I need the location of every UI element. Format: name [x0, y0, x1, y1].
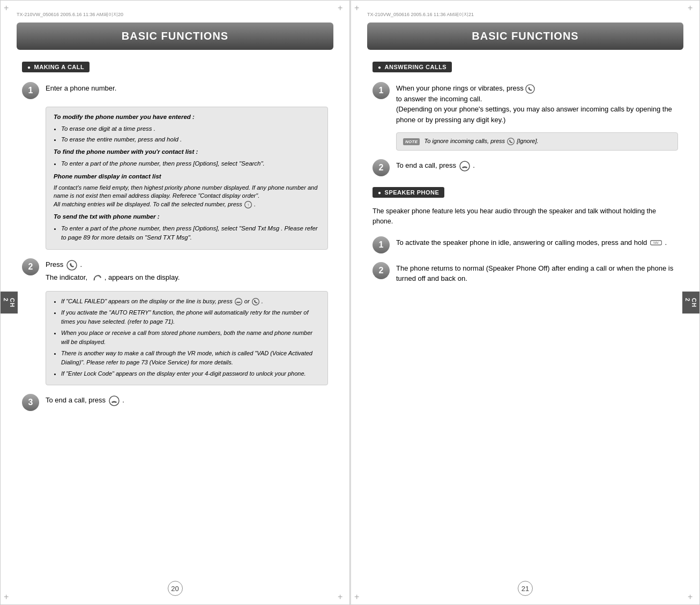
speaker-step-circle-1: 1 — [373, 236, 390, 253]
note-header-2: To find the phone number with you'r cont… — [54, 147, 320, 157]
note-body-3: If contact's name field empty, then high… — [54, 184, 320, 209]
note-header-3: Phone number display in contact list — [54, 172, 320, 182]
svg-point-8 — [460, 161, 470, 171]
crosshair-tr: + — [338, 4, 346, 12]
svg-point-6 — [526, 84, 534, 93]
page-number-left: 20 — [168, 581, 183, 596]
svg-point-3 — [235, 298, 242, 305]
crosshair-br: + — [338, 593, 346, 601]
end-call-icon-1 — [234, 297, 243, 306]
indicator-icon — [91, 272, 103, 283]
crosshair-bl: + — [4, 593, 12, 601]
send-icon-2 — [251, 297, 260, 306]
step-3: 3 To end a call, press . — [22, 393, 328, 411]
send-icon: ↑ — [244, 200, 252, 209]
svg-text:↑: ↑ — [247, 203, 249, 207]
note-inline-text: To ignore incoming calls, press [Ignore]… — [424, 137, 538, 146]
answer-step-1: 1 When your phone rings or vibrates, pre… — [373, 81, 678, 125]
hold-button-icon: NAV — [650, 239, 662, 247]
left-header: BASIC FUNCTIONS — [17, 23, 333, 50]
press-label: Press — [46, 260, 63, 268]
note-header-4: To send the txt with phone number : — [54, 212, 320, 222]
answer-step-2-text: To end a call, press . — [396, 158, 475, 171]
indicator-line: The indicator, , appears on the display. — [46, 272, 180, 283]
step-2: 2 Press . The indicator, , appears on th… — [22, 257, 328, 283]
step-circle-3: 3 — [22, 394, 39, 411]
section-title-answering: ANSWERING CALLS — [373, 62, 452, 72]
note-item: When you place or receive a call from st… — [61, 328, 320, 347]
ch-tab-left: CH2 — [1, 292, 18, 314]
speaker-step-circle-2: 2 — [373, 262, 390, 279]
crosshair-bl-r: + — [354, 593, 363, 601]
note-item: To enter a part of the phone number, the… — [61, 159, 320, 169]
ch-tab-right: CH2 — [682, 292, 699, 314]
answer-step-2: 2 To end a call, press . — [373, 158, 678, 176]
step-circle-1: 1 — [22, 82, 39, 99]
section-title-making: MAKING A CALL — [22, 62, 90, 72]
crosshair-tr-r: + — [688, 4, 696, 12]
note-box-1: To modify the phone number you have ente… — [46, 107, 328, 250]
note-item: If you activate the "AUTO RETRY" functio… — [61, 308, 320, 326]
note-list-1: To erase one digit at a time press . To … — [61, 124, 320, 145]
speaker-intro: The speaker phone feature lets you hear … — [373, 206, 678, 227]
svg-text:NAV: NAV — [653, 242, 659, 244]
answer-call-icon — [525, 84, 535, 94]
period-after-icon: . — [80, 260, 82, 268]
right-page: + + + + CH2 TX-210VW_050616 2005.6.16 11… — [350, 0, 700, 605]
step-circle-2: 2 — [22, 258, 39, 275]
speaker-step-2: 2 The phone returns to normal (Speaker P… — [373, 261, 678, 284]
right-header: BASIC FUNCTIONS — [367, 23, 683, 50]
answer-step-1-text: When your phone rings or vibrates, press… — [396, 81, 678, 125]
answer-step-circle-2: 2 — [373, 159, 390, 176]
note-list-4: To enter a part of the phone number, the… — [61, 224, 320, 243]
step-1: 1 Enter a phone number. — [22, 81, 328, 99]
end-call-icon-2 — [109, 395, 120, 406]
crosshair-br-r: + — [688, 593, 696, 601]
step-1-text: Enter a phone number. — [46, 81, 116, 94]
note-header-1: To modify the phone number you have ente… — [54, 113, 320, 122]
note-inline-1: NOTE To ignore incoming calls, press [Ig… — [396, 132, 678, 151]
svg-point-4 — [252, 298, 259, 305]
note-item: If "Enter Lock Code" appears on the disp… — [61, 369, 320, 378]
note-box-2: If "CALL FAILED" appears on the display … — [46, 291, 328, 385]
svg-point-7 — [508, 138, 515, 145]
svg-point-2 — [67, 260, 77, 270]
note-item: To erase the entire number, press and ho… — [61, 135, 320, 145]
crosshair-tl-r: + — [354, 4, 363, 12]
section-title-speaker: SPEAKER PHONE — [373, 187, 444, 198]
answer-step-circle-1: 1 — [373, 82, 390, 99]
end-call-icon-r — [459, 161, 470, 171]
top-meta-left: TX-210VW_050616 2005.6.16 11:36 AM페이지20 — [17, 11, 333, 18]
note-list-5: If "CALL FAILED" appears on the display … — [61, 297, 320, 378]
page-number-right: 21 — [518, 581, 533, 596]
speaker-step-1: 1 To activate the speaker phone in idle,… — [373, 235, 678, 253]
ignore-icon — [507, 137, 515, 146]
crosshair-tl: + — [4, 4, 12, 12]
note-item: There is another way to make a call thro… — [61, 349, 320, 367]
note-item: To erase one digit at a time press . — [61, 124, 320, 134]
note-item: If "CALL FAILED" appears on the display … — [61, 297, 320, 306]
note-list-2: To enter a part of the phone number, the… — [61, 159, 320, 169]
send-call-icon — [66, 260, 77, 271]
top-meta-right: TX-210VW_050616 2005.6.16 11:36 AM페이지21 — [367, 11, 683, 18]
speaker-step-1-text: To activate the speaker phone in idle, a… — [396, 235, 667, 248]
svg-point-5 — [109, 396, 119, 406]
note-badge: NOTE — [403, 138, 420, 145]
speaker-step-2-text: The phone returns to normal (Speaker Pho… — [396, 261, 678, 284]
step-2-text: Press . The indicator, , appears on the … — [46, 257, 180, 283]
note-item: To enter a part of the phone number, the… — [61, 224, 320, 243]
left-page: + + + + CH2 TX-210VW_050616 2005.6.16 11… — [0, 0, 350, 605]
step-3-text: To end a call, press . — [46, 393, 124, 406]
